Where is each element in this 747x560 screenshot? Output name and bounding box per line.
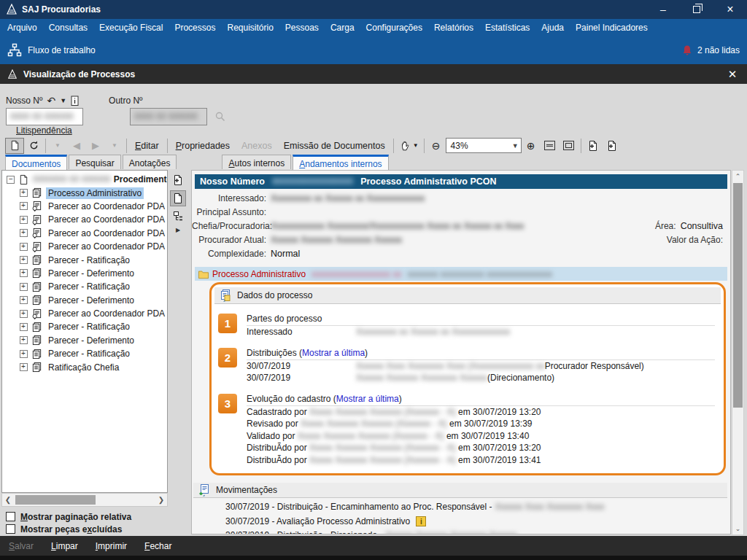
expand-icon[interactable] bbox=[20, 229, 28, 237]
tab-anotacoes[interactable]: Anotações bbox=[123, 155, 177, 169]
content-vertical-scrollbar[interactable]: ⌃ ⌄ bbox=[732, 170, 744, 535]
expand-icon[interactable] bbox=[20, 310, 28, 318]
search-icon[interactable] bbox=[214, 111, 226, 122]
movement-row[interactable]: 30/07/2019 - Distribuição - Encaminhamen… bbox=[225, 500, 730, 515]
tab-andamentos-internos[interactable]: Andamentos internos bbox=[293, 155, 388, 170]
expand-icon[interactable] bbox=[20, 189, 28, 197]
expand-icon[interactable] bbox=[20, 296, 28, 304]
show-relative-pagination-option[interactable]: Mostrar paginação relativa bbox=[6, 510, 131, 523]
pan-tool-button[interactable]: ▼ bbox=[396, 138, 422, 154]
scrollbar-thumb[interactable] bbox=[733, 183, 743, 408]
outro-numero-input[interactable]: 0000 00 000000 bbox=[130, 108, 207, 125]
tree-item[interactable]: Parecer - Ratificação bbox=[2, 253, 167, 266]
tree-horizontal-scrollbar[interactable]: ❮ ❯ bbox=[1, 493, 168, 507]
scroll-right-icon[interactable]: ❯ bbox=[155, 496, 167, 504]
nav-next-button[interactable]: ▶ bbox=[86, 138, 105, 154]
new-document-button[interactable] bbox=[584, 138, 603, 154]
chevron-down-icon[interactable]: ▼ bbox=[60, 97, 66, 104]
tab-autos-internos[interactable]: Autos internos bbox=[222, 155, 291, 169]
menu-estatisticas[interactable]: Estatísticas bbox=[479, 20, 535, 35]
imprimir-button[interactable]: Imprimir bbox=[96, 541, 127, 551]
tree-item[interactable]: Ratificação Chefia bbox=[2, 360, 167, 373]
document-view-button[interactable] bbox=[5, 138, 24, 154]
menu-requisitorio[interactable]: Requisitório bbox=[221, 20, 279, 35]
menu-processos[interactable]: Processos bbox=[169, 20, 221, 35]
editar-button[interactable]: Editar bbox=[129, 138, 165, 154]
menu-arquivo[interactable]: Arquivo bbox=[1, 20, 43, 35]
menu-carga[interactable]: Carga bbox=[325, 20, 360, 35]
tab-documentos[interactable]: Documentos bbox=[5, 155, 67, 170]
expand-icon[interactable] bbox=[20, 323, 28, 331]
tree-item[interactable]: Parecer - Deferimento bbox=[2, 334, 167, 347]
tree-item[interactable]: Parecer - Deferimento bbox=[2, 294, 167, 307]
fit-page-button[interactable] bbox=[560, 138, 578, 154]
menu-ajuda[interactable]: Ajuda bbox=[535, 20, 570, 35]
fit-width-button[interactable] bbox=[541, 138, 560, 154]
zoom-level-select[interactable]: 43% ▼ bbox=[446, 138, 522, 153]
menu-pessoas[interactable]: Pessoas bbox=[279, 20, 325, 35]
nav-previous-button[interactable]: ◀ bbox=[67, 138, 86, 154]
subwindow-close-button[interactable]: ✕ bbox=[718, 68, 747, 81]
movement-row[interactable]: 30/07/2019 - Distribuição - Direcionada … bbox=[225, 529, 730, 534]
tree-item[interactable]: Parecer - Deferimento bbox=[2, 267, 167, 280]
new-piece-button[interactable] bbox=[170, 172, 186, 188]
menu-relatorios[interactable]: Relatórios bbox=[428, 20, 479, 35]
checkbox[interactable] bbox=[6, 512, 15, 521]
refresh-button[interactable] bbox=[24, 138, 43, 154]
tree-item[interactable]: Parecer - Ratificação bbox=[2, 320, 167, 333]
expand-icon[interactable] bbox=[20, 269, 28, 277]
scroll-left-icon[interactable]: ❮ bbox=[2, 496, 14, 504]
nav-dropdown-right[interactable]: ▼ bbox=[105, 138, 124, 154]
tree-item[interactable]: Parecer - Ratificação bbox=[2, 347, 167, 360]
piece-view-button[interactable] bbox=[170, 190, 186, 206]
expand-icon[interactable] bbox=[20, 216, 28, 224]
tree-item[interactable]: Parecer ao Coordenador PDA bbox=[2, 227, 167, 240]
show-excluded-pieces-option[interactable]: Mostrar peças excluídas bbox=[6, 523, 131, 535]
expand-icon[interactable] bbox=[20, 363, 28, 371]
mostrar-ultima-link[interactable]: Mostrar a última bbox=[302, 348, 365, 358]
minimize-button[interactable]: – bbox=[646, 0, 680, 19]
scroll-up-icon[interactable]: ⌃ bbox=[732, 171, 743, 182]
nav-dropdown-left[interactable]: ▼ bbox=[48, 138, 67, 154]
anexos-button[interactable]: Anexos bbox=[236, 138, 278, 154]
scrollbar-thumb[interactable] bbox=[15, 495, 96, 505]
fechar-button[interactable]: Fechar bbox=[144, 541, 171, 551]
tree-item[interactable]: Parecer ao Coordenador PDA bbox=[2, 307, 167, 320]
menu-execucao-fiscal[interactable]: Execução Fiscal bbox=[93, 20, 169, 35]
notifications-button[interactable]: 2 não lidas bbox=[681, 44, 740, 56]
movement-row[interactable]: 30/07/2019 - Avaliação Processo Administ… bbox=[225, 515, 730, 529]
tree-root-row[interactable]: 0000000 00 000000 Procedimentos A bbox=[2, 173, 167, 186]
strip-expand-arrow[interactable]: ▶ bbox=[176, 227, 180, 233]
nosso-numero-input[interactable]: 0000 00 000000 bbox=[6, 108, 83, 125]
note-icon[interactable] bbox=[71, 96, 80, 106]
tree-item[interactable]: Parecer ao Coordenador PDA bbox=[2, 213, 167, 226]
tree-item[interactable]: Parecer - Ratificação bbox=[2, 280, 167, 293]
zoom-in-button[interactable]: ⊕ bbox=[522, 138, 541, 154]
emissao-documentos-button[interactable]: Emissão de Documentos bbox=[278, 138, 391, 154]
tree-item[interactable]: Processo Administrativo bbox=[2, 186, 167, 199]
expand-icon[interactable] bbox=[20, 350, 28, 358]
expand-icon[interactable] bbox=[20, 256, 28, 264]
tree-item[interactable]: Parecer ao Coordenador PDA bbox=[2, 200, 167, 213]
close-button[interactable]: × bbox=[713, 0, 747, 19]
propriedades-button[interactable]: Propriedades bbox=[170, 138, 236, 154]
collapse-icon[interactable] bbox=[7, 176, 15, 184]
menu-painel-indicadores[interactable]: Painel Indicadores bbox=[570, 20, 654, 35]
restore-button[interactable] bbox=[680, 0, 713, 19]
workflow-button[interactable]: Fluxo de trabalho bbox=[7, 43, 96, 58]
hierarchy-view-button[interactable] bbox=[170, 209, 186, 225]
mostrar-ultima-link[interactable]: Mostrar a última bbox=[336, 394, 399, 404]
import-document-button[interactable] bbox=[603, 138, 622, 154]
undo-arrow-icon[interactable]: ↶ bbox=[47, 95, 55, 106]
scroll-down-icon[interactable]: ⌄ bbox=[732, 523, 743, 534]
tree-item[interactable]: Parecer ao Coordenador PDA bbox=[2, 240, 167, 253]
limpar-button[interactable]: Limpar bbox=[51, 541, 78, 551]
expand-icon[interactable] bbox=[20, 283, 28, 291]
menu-consultas[interactable]: Consultas bbox=[43, 20, 93, 35]
menu-configuracoes[interactable]: Configurações bbox=[360, 20, 428, 35]
litispendencia-label[interactable]: Litispendência bbox=[16, 125, 72, 136]
salvar-button[interactable]: Salvar bbox=[9, 541, 34, 551]
expand-icon[interactable] bbox=[20, 243, 28, 251]
checkbox[interactable] bbox=[6, 524, 15, 534]
tab-pesquisar[interactable]: Pesquisar bbox=[69, 155, 120, 169]
